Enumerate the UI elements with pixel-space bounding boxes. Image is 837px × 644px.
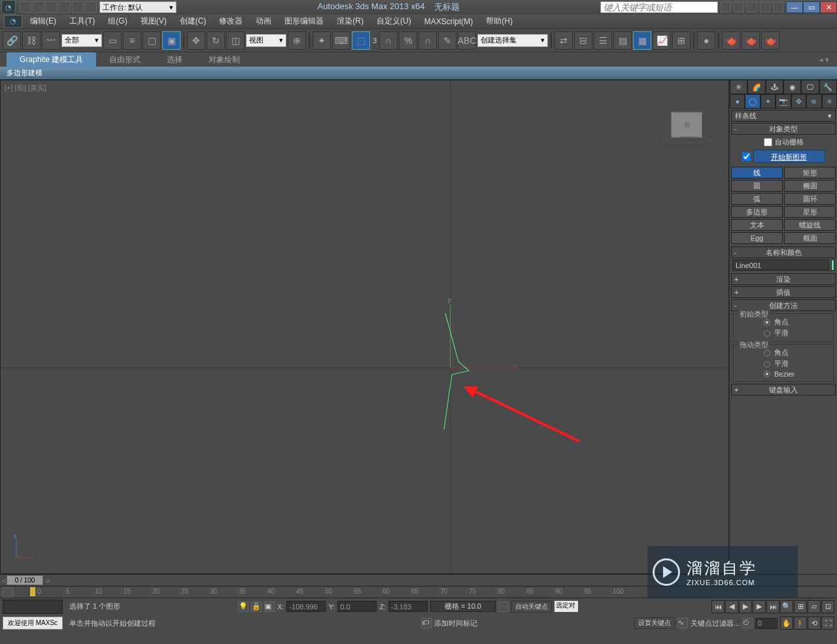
menu-edit[interactable]: 编辑(E) — [24, 14, 63, 29]
select-object-icon[interactable]: ▭ — [103, 31, 122, 50]
window-crossing-icon[interactable]: ▣ — [162, 31, 180, 50]
panel-tab-modify[interactable]: 🌈 — [747, 80, 765, 94]
radio-drag-smooth[interactable]: 平滑 — [738, 358, 829, 369]
trackbar-current-frame[interactable] — [30, 587, 35, 596]
time-tag-icon[interactable]: 🏷 — [421, 618, 432, 628]
goto-end-icon[interactable]: ⏭ — [766, 600, 779, 613]
selection-lock-icon[interactable]: 💡 — [238, 602, 248, 612]
binoculars-icon[interactable] — [721, 2, 731, 12]
start-new-shape-button[interactable]: 开始新图形 — [753, 150, 825, 163]
rotate-icon[interactable]: ↻ — [207, 31, 225, 50]
key-filters-label[interactable]: 关键点过滤器... — [691, 619, 740, 628]
btn-circle[interactable]: 圆 — [731, 180, 783, 192]
nav-walk-icon[interactable]: 🚶 — [794, 617, 807, 630]
use-center-icon[interactable]: ⊕ — [288, 31, 306, 50]
coord-y-input[interactable] — [337, 601, 377, 612]
create-geometry-icon[interactable]: ● — [730, 94, 745, 109]
start-new-shape-checkbox[interactable] — [742, 152, 751, 161]
minimize-button[interactable]: — — [786, 1, 803, 13]
btn-ngon[interactable]: 多边形 — [731, 206, 783, 218]
nav-fov-icon[interactable]: ▱ — [808, 600, 821, 613]
edit-named-sel-icon[interactable]: ✎ — [438, 31, 456, 50]
auto-grid-checkbox[interactable] — [764, 138, 772, 146]
ribbon-collapse-icon[interactable]: ◂ ▾ — [811, 56, 837, 64]
adaptive-degradation-icon[interactable] — [498, 602, 509, 612]
material-editor-icon[interactable]: ● — [697, 31, 715, 50]
nav-zoomext-icon[interactable]: ⊡ — [821, 600, 834, 613]
menu-create[interactable]: 创建(C) — [173, 14, 213, 29]
btn-helix[interactable]: 螺旋线 — [784, 219, 836, 231]
menu-modifiers[interactable]: 修改器 — [213, 14, 249, 29]
menu-views[interactable]: 视图(V) — [134, 14, 173, 29]
move-icon[interactable]: ✥ — [187, 31, 205, 50]
menu-help[interactable]: 帮助(H) — [479, 14, 519, 29]
create-shapes-icon[interactable]: ◯ — [745, 94, 760, 109]
trackbar-menu-icon[interactable] — [3, 587, 13, 598]
timeline-left-arrow[interactable]: < — [0, 577, 4, 585]
menu-customize[interactable]: 自定义(U) — [370, 14, 418, 29]
create-spacewarps-icon[interactable]: ≋ — [806, 94, 821, 109]
menu-grapheditors[interactable]: 图形编辑器 — [278, 14, 330, 29]
select-by-name-icon[interactable]: ≡ — [123, 31, 141, 50]
lock-icon[interactable]: 🔒 — [251, 602, 262, 612]
next-frame-icon[interactable]: ▶ — [753, 600, 766, 613]
nav-maximize-icon[interactable]: ⛶ — [821, 617, 834, 630]
ref-coord-dropdown[interactable]: 视图▾ — [246, 34, 286, 47]
panel-tab-display[interactable]: 🖵 — [801, 80, 819, 94]
radio-drag-bezier[interactable]: Bezier — [738, 369, 829, 379]
angle-snap-icon[interactable]: ∩ — [379, 31, 398, 50]
coord-x-input[interactable] — [286, 601, 326, 612]
bind-spacewarp-icon[interactable]: 〰 — [42, 31, 60, 50]
time-slider[interactable]: 0 / 100 — [7, 575, 43, 585]
qat-undo[interactable] — [59, 1, 71, 13]
viewport-label[interactable]: [+] [前] [真实] — [5, 83, 46, 93]
create-lights-icon[interactable]: ✦ — [760, 94, 776, 109]
panel-tab-hierarchy[interactable]: 🕹 — [766, 80, 783, 94]
object-color-swatch[interactable] — [831, 260, 834, 271]
key-selected-dropdown[interactable]: 选定对 — [555, 601, 578, 612]
qat-save[interactable] — [46, 1, 58, 13]
keyboard-shortcut-icon[interactable]: ⌨ — [332, 31, 350, 50]
qat-open[interactable] — [33, 1, 44, 13]
current-frame-input[interactable] — [755, 618, 777, 629]
qat-redo[interactable] — [72, 1, 84, 13]
rendered-frame-icon[interactable]: 🫖 — [742, 31, 760, 50]
btn-text[interactable]: 文本 — [731, 219, 783, 231]
percent-snap-icon[interactable]: % — [399, 31, 417, 50]
menu-maxscript[interactable]: MAXScript(M) — [418, 15, 480, 28]
qat-project[interactable] — [85, 1, 97, 13]
maxscript-mini-listener[interactable] — [3, 600, 63, 614]
isolate-icon[interactable]: ▣ — [264, 602, 275, 612]
btn-line[interactable]: 线 — [731, 167, 783, 178]
panel-tab-utilities[interactable]: 🔧 — [819, 80, 837, 94]
auto-key-button[interactable]: 自动关键点 — [511, 601, 552, 613]
ribbon-tab-paint[interactable]: 对象绘制 — [196, 52, 253, 67]
menu-group[interactable]: 组(G) — [101, 14, 133, 29]
viewport-front[interactable]: [+] [前] [真实] x y 前 z — [0, 80, 729, 574]
help-search-input[interactable] — [600, 1, 718, 13]
key-mode-icon[interactable]: ∿ — [677, 618, 688, 628]
curve-editor-icon[interactable]: 📈 — [653, 31, 671, 50]
named-selection-dropdown[interactable]: 创建选择集▾ — [477, 34, 548, 47]
selection-filter-dropdown[interactable]: 全部▾ — [61, 34, 102, 47]
manipulate-icon[interactable]: ✦ — [313, 31, 331, 50]
render-setup-icon[interactable]: 🫖 — [722, 31, 740, 50]
workspace-dropdown[interactable]: 工作台: 默认▾ — [99, 1, 177, 13]
btn-donut[interactable]: 圆环 — [784, 193, 836, 205]
panel-tab-create[interactable]: ✳ — [730, 80, 747, 94]
nav-pan-icon[interactable]: ✋ — [780, 617, 793, 630]
ribbon-panel-poly[interactable]: 多边形建模 — [0, 67, 837, 80]
ribbon-tab-selection[interactable]: 选择 — [154, 52, 196, 67]
timeline-right-arrow[interactable]: > — [46, 577, 50, 585]
btn-rectangle[interactable]: 矩形 — [784, 167, 836, 178]
schematic-view-icon[interactable]: ⊞ — [672, 31, 691, 50]
viewcube-ring[interactable] — [662, 137, 711, 143]
menu-animation[interactable]: 动画 — [249, 14, 278, 29]
app-icon[interactable]: ◔ — [4, 15, 22, 28]
snaps-toggle-icon[interactable]: ⬚ — [352, 31, 370, 50]
add-time-tag-label[interactable]: 添加时间标记 — [434, 619, 477, 628]
ribbon-tab-graphite[interactable]: Graphite 建模工具 — [7, 52, 96, 67]
btn-arc[interactable]: 弧 — [731, 193, 783, 205]
graphite-toggle-icon[interactable]: ▦ — [633, 31, 651, 50]
btn-star[interactable]: 星形 — [784, 206, 836, 218]
